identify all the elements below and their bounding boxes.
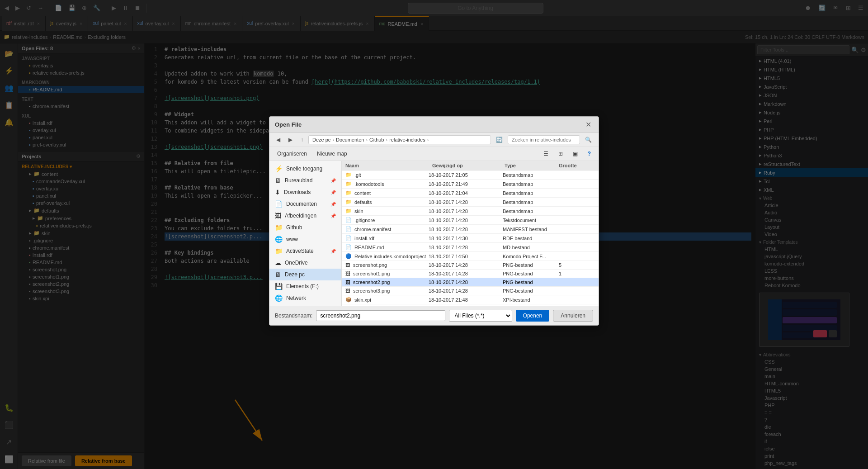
- file-type: MD-bestand: [503, 245, 557, 250]
- xpi-file-icon: 📦: [345, 297, 352, 303]
- file-row-komodotools[interactable]: 📁.komodotools 18-10-2017 21:49 Bestandsm…: [342, 180, 599, 189]
- sidebar-afbeeldingen[interactable]: 🖼 Afbeeldingen 📌: [269, 210, 341, 222]
- file-row-skin[interactable]: 📁skin 18-10-2017 14:28 Bestandsmap: [342, 207, 599, 216]
- dialog-body: ⚡ Snelle toegang 🖥 Bureaublad 📌 ⬇ Downlo…: [269, 161, 599, 306]
- sidebar-item-label: Downloads: [284, 189, 311, 195]
- sidebar-item-label: ActiveState: [286, 248, 314, 254]
- col-modified: Gewijzigd op: [432, 163, 505, 168]
- filename-input[interactable]: [316, 310, 445, 321]
- sidebar-item-label: Elements (F:): [286, 283, 319, 289]
- view-list-button[interactable]: ☰: [539, 149, 552, 159]
- new-folder-button[interactable]: Nieuwe map: [313, 149, 351, 159]
- modified-date: 18-10-2017 14:28: [429, 199, 501, 205]
- png-file-icon3: 🖼: [345, 280, 350, 285]
- modified-date: 18-10-2017 14:28: [429, 245, 501, 250]
- dialog-back-button[interactable]: ◀: [273, 135, 283, 145]
- filetype-select[interactable]: All Files (*.*): [449, 310, 512, 322]
- file-row-chrome-manifest[interactable]: 📄chrome.manifest 18-10-2017 14:28 MANIFE…: [342, 225, 599, 234]
- file-list: 📁.git 18-10-2017 21:05 Bestandsmap 📁.kom…: [342, 171, 599, 306]
- view-details-button[interactable]: ⊞: [554, 149, 567, 159]
- file-row-komodo-project[interactable]: 🔵Relative includes.komodoproject 18-10-2…: [342, 252, 599, 261]
- dialog-sidebar: ⚡ Snelle toegang 🖥 Bureaublad 📌 ⬇ Downlo…: [269, 161, 342, 306]
- sidebar-snelle-toegang[interactable]: ⚡ Snelle toegang: [269, 163, 341, 175]
- file-row-install-rdf[interactable]: 📄install.rdf 18-10-2017 14:30 RDF-bestan…: [342, 234, 599, 243]
- download-icon: ⬇: [275, 189, 280, 196]
- file-row-defaults[interactable]: 📁defaults 18-10-2017 14:28 Bestandsmap: [342, 198, 599, 207]
- file-row-skin-xpi[interactable]: 📦skin.xpi 18-10-2017 21:48 XPI-bestand: [342, 295, 599, 304]
- path-relative-includes[interactable]: relative-includes: [389, 137, 425, 142]
- open-button[interactable]: Openen: [516, 310, 550, 322]
- path-deze-pc[interactable]: Deze pc: [312, 137, 330, 142]
- github-icon: 📁: [275, 224, 283, 231]
- file-type: Komodo Project F...: [503, 254, 557, 259]
- activestate-icon: 📁: [275, 247, 283, 255]
- file-row-git[interactable]: 📁.git 18-10-2017 21:05 Bestandsmap: [342, 171, 599, 180]
- col-type: Type: [505, 163, 559, 168]
- file-row-content[interactable]: 📁content 18-10-2017 21:04 Bestandsmap: [342, 189, 599, 198]
- file-row-screenshot3[interactable]: 🖼screenshot3.png 18-10-2017 14:28 PNG-be…: [342, 287, 599, 295]
- sidebar-www[interactable]: 🌐 www: [269, 233, 341, 245]
- sidebar-netwerk[interactable]: 🌐 Netwerk: [269, 292, 341, 304]
- col-size: Grootte: [559, 163, 595, 168]
- sidebar-item-label: Netwerk: [286, 295, 306, 301]
- footer-buttons: Openen Annuleren: [516, 310, 593, 322]
- pin-icon5: 📌: [330, 249, 336, 254]
- dialog-search-button[interactable]: 🔍: [582, 135, 595, 145]
- modified-date: 18-10-2017 14:30: [429, 236, 501, 241]
- dialog-search-input[interactable]: [508, 135, 580, 144]
- file-type: Bestandsmap: [503, 190, 557, 196]
- pin-icon: 📌: [330, 178, 336, 183]
- help-button[interactable]: ?: [584, 149, 595, 159]
- sidebar-elements[interactable]: 💾 Elements (F:): [269, 280, 341, 292]
- file-row-screenshot2[interactable]: 🖼screenshot2.png 18-10-2017 14:28 PNG-be…: [342, 278, 599, 287]
- folder-icon: 📁: [345, 172, 352, 178]
- file-row-screenshot[interactable]: 🖼screenshot.png 18-10-2017 14:28 PNG-bes…: [342, 261, 599, 270]
- filename-label: Bestandsnaam:: [275, 313, 312, 319]
- file-row-readme[interactable]: 📄README.md 18-10-2017 14:28 MD-bestand: [342, 243, 599, 252]
- folder-icon2: 📁: [345, 181, 352, 187]
- sidebar-github[interactable]: 📁 Github: [269, 222, 341, 233]
- sidebar-deze-pc[interactable]: 🖥 Deze pc: [269, 269, 341, 280]
- file-type: PNG-bestand: [503, 288, 557, 294]
- open-file-dialog: Open File ✕ ◀ ▶ ↑ Deze pc › Documenten ›…: [269, 116, 599, 326]
- view-preview-button[interactable]: ▣: [569, 149, 582, 159]
- png-file-icon4: 🖼: [345, 288, 350, 294]
- sidebar-downloads[interactable]: ⬇ Downloads 📌: [269, 186, 341, 198]
- sidebar-bureaublad[interactable]: 🖥 Bureaublad 📌: [269, 175, 341, 186]
- dialog-refresh-button[interactable]: 🔄: [493, 135, 506, 145]
- dialog-footer: Bestandsnaam: All Files (*.*) Openen Ann…: [269, 306, 599, 325]
- file-type: Bestandsmap: [503, 181, 557, 187]
- sidebar-onedrive[interactable]: ☁ OneDrive: [269, 257, 341, 269]
- file-type: PNG-bestand: [503, 262, 557, 268]
- file-row-screenshot1[interactable]: 🖼screenshot1.png 18-10-2017 14:28 PNG-be…: [342, 270, 599, 278]
- modified-date: 18-10-2017 14:28: [429, 262, 501, 268]
- modified-date: 18-10-2017 14:28: [429, 280, 501, 285]
- pin-icon3: 📌: [330, 202, 336, 207]
- modified-date: 18-10-2017 21:04: [429, 190, 501, 196]
- sidebar-item-label: Github: [286, 224, 302, 231]
- dialog-up-button[interactable]: ↑: [297, 135, 307, 145]
- file-row-gitignore[interactable]: 📄.gitignore 18-10-2017 14:28 Tekstdocume…: [342, 216, 599, 225]
- modified-date: 18-10-2017 14:28: [429, 218, 501, 223]
- modified-date: 18-10-2017 14:50: [429, 254, 501, 259]
- organize-button[interactable]: Organiseren: [273, 149, 311, 159]
- dialog-breadcrumb: Deze pc › Documenten › Github › relative…: [308, 135, 491, 144]
- dialog-title-bar: Open File ✕: [269, 117, 599, 133]
- file-type: Bestandsmap: [503, 172, 557, 178]
- sidebar-activestate[interactable]: 📁 ActiveState 📌: [269, 245, 341, 257]
- network-icon: 🌐: [275, 294, 283, 302]
- project-file-icon: 🔵: [345, 253, 352, 259]
- path-github[interactable]: Github: [369, 137, 384, 142]
- onedrive-icon: ☁: [275, 259, 281, 266]
- dialog-title: Open File: [275, 121, 302, 128]
- file-list-header: Naam Gewijzigd op Type Grootte: [342, 161, 599, 171]
- sidebar-documenten[interactable]: 📄 Documenten 📌: [269, 198, 341, 210]
- file-type: PNG-bestand: [503, 271, 557, 276]
- sidebar-item-label: Documenten: [286, 201, 317, 207]
- cancel-button[interactable]: Annuleren: [553, 310, 593, 322]
- modified-date: 18-10-2017 21:48: [429, 297, 501, 303]
- dialog-forward-button[interactable]: ▶: [285, 135, 296, 145]
- folder-icon5: 📁: [345, 208, 352, 214]
- path-documenten[interactable]: Documenten: [336, 137, 364, 142]
- dialog-close-button[interactable]: ✕: [584, 120, 593, 129]
